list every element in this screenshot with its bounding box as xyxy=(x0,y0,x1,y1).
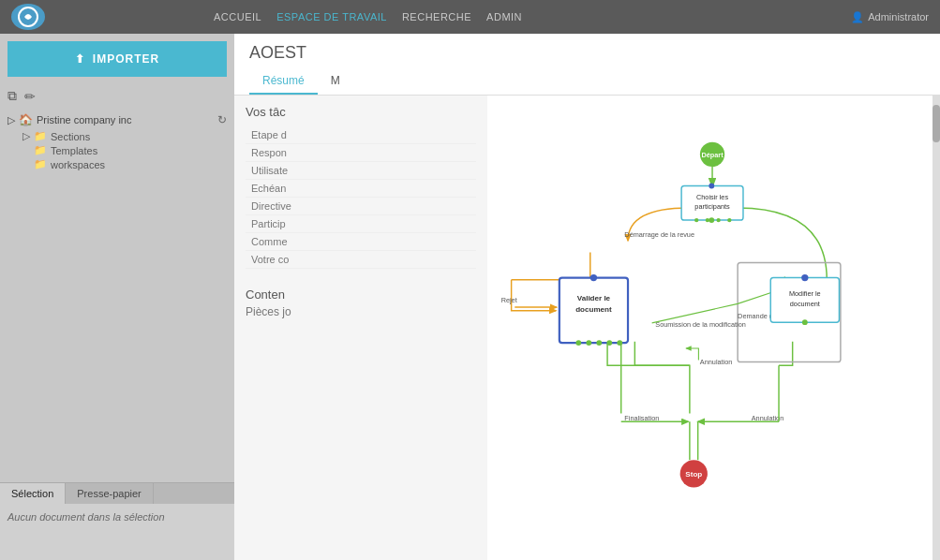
content-subtitle: Pièces jo xyxy=(246,305,476,318)
file-tree: ▷ 🏠 Pristine company inc ↻ ▷ 📁 Sections … xyxy=(0,108,234,482)
svg-point-40 xyxy=(716,218,720,222)
task-label-comme: Comme xyxy=(246,233,339,251)
svg-text:Modifier le: Modifier le xyxy=(789,289,821,298)
nav-espace[interactable]: ESPACE DE TRAVAIL xyxy=(276,11,387,22)
table-row: Directive xyxy=(246,198,476,215)
tab-resume[interactable]: Résumé xyxy=(249,68,318,95)
table-row: Echéan xyxy=(246,180,476,198)
left-sidebar: ⬆ IMPORTER ⧉ ✏ ▷ 🏠 Pristine company inc … xyxy=(0,34,234,560)
svg-point-41 xyxy=(727,218,731,222)
tree-label-sections: Sections xyxy=(51,131,90,142)
tree-chevron-sections: ▷ xyxy=(22,130,30,142)
tree-label-workspaces: workspaces xyxy=(51,159,105,170)
table-row: Comme xyxy=(246,233,476,251)
table-row: Votre co xyxy=(246,251,476,269)
tree-expand-icon[interactable]: ▷ xyxy=(7,114,15,126)
task-panel-title: Vos tâc xyxy=(246,105,476,119)
content-title: Conten xyxy=(246,287,476,302)
scrollbar[interactable] xyxy=(933,96,940,560)
svg-point-29 xyxy=(606,340,612,346)
scroll-thumb xyxy=(933,105,940,142)
svg-text:Choisir les: Choisir les xyxy=(696,193,728,201)
svg-text:Départ: Départ xyxy=(701,151,724,159)
task-panel: Vos tâc Etape d Respon Utilisate Echéan … xyxy=(234,96,487,560)
tab-selection[interactable]: Sélection xyxy=(0,483,66,504)
tree-root: ▷ 🏠 Pristine company inc ↻ xyxy=(7,111,227,128)
edit-icon[interactable]: ✏ xyxy=(24,89,36,104)
folder-templates-icon: 📁 xyxy=(34,144,47,156)
svg-point-32 xyxy=(801,274,808,281)
svg-point-35 xyxy=(802,319,808,325)
bottom-tabs: Sélection Presse-papier Aucun document d… xyxy=(0,482,234,560)
upload-icon: ⬆ xyxy=(75,52,85,66)
import-button[interactable]: ⬆ IMPORTER xyxy=(7,41,227,77)
tab-m[interactable]: M xyxy=(318,68,353,95)
folder-workspaces-icon: 📁 xyxy=(34,158,47,170)
refresh-icon[interactable]: ↻ xyxy=(217,113,227,126)
task-label-votreco: Votre co xyxy=(246,251,339,269)
app-logo xyxy=(11,4,45,30)
svg-point-21 xyxy=(709,217,714,223)
table-row: Etape d xyxy=(246,126,476,144)
svg-text:Finalisation: Finalisation xyxy=(624,414,659,422)
svg-point-30 xyxy=(617,340,622,346)
svg-text:Soumission de la modification: Soumission de la modification xyxy=(655,320,746,329)
nav-admin[interactable]: ADMIN xyxy=(486,11,522,22)
svg-text:Rejet: Rejet xyxy=(501,296,517,304)
svg-point-38 xyxy=(694,218,698,222)
svg-text:Stop: Stop xyxy=(685,470,702,479)
page-header: AOEST Résumé M xyxy=(234,34,940,96)
svg-text:Valider le: Valider le xyxy=(577,294,611,302)
user-icon: 👤 xyxy=(851,11,864,23)
svg-text:participants: participants xyxy=(694,202,730,211)
tree-item-templates[interactable]: ▷ 📁 Templates xyxy=(7,142,227,156)
tree-root-label: Pristine company inc xyxy=(37,114,132,125)
svg-point-27 xyxy=(586,340,591,346)
task-label-etape: Etape d xyxy=(246,126,339,144)
content-area: AOEST Résumé M Vos tâc Etape d Respon Ut… xyxy=(234,34,940,560)
tree-folder-root-icon: 🏠 xyxy=(19,113,33,126)
task-label-respon: Respon xyxy=(246,144,339,162)
task-label-particip: Particip xyxy=(246,215,339,233)
tree-label-templates: Templates xyxy=(51,145,97,156)
task-label-echean: Echéan xyxy=(246,180,339,198)
main-layout: ⬆ IMPORTER ⧉ ✏ ▷ 🏠 Pristine company inc … xyxy=(0,34,940,560)
copy-icon[interactable]: ⧉ xyxy=(7,88,17,104)
task-label-directive: Directive xyxy=(246,198,339,215)
svg-point-18 xyxy=(709,184,714,189)
svg-point-39 xyxy=(706,218,709,222)
sidebar-toolbar: ⧉ ✏ xyxy=(0,84,234,108)
table-row: Utilisate xyxy=(246,162,476,180)
top-nav: ACCUEIL ESPACE DE TRAVAIL RECHERCHE ADMI… xyxy=(0,0,940,34)
nav-recherche[interactable]: RECHERCHE xyxy=(402,11,471,22)
nav-user: 👤 Administrator xyxy=(851,11,929,23)
page-title: AOEST xyxy=(249,43,925,63)
svg-text:Démarrage de la revue: Démarrage de la revue xyxy=(624,230,694,239)
svg-point-28 xyxy=(596,340,602,346)
task-table: Etape d Respon Utilisate Echéan Directiv… xyxy=(246,126,476,269)
tree-item-sections[interactable]: ▷ 📁 Sections xyxy=(7,128,227,142)
folder-sections-icon: 📁 xyxy=(34,130,47,142)
tab-presse-papier[interactable]: Presse-papier xyxy=(66,483,153,504)
user-name: Administrator xyxy=(868,11,929,22)
table-row: Respon xyxy=(246,144,476,162)
page-tabs: Résumé M xyxy=(249,68,925,95)
svg-text:document: document xyxy=(575,305,612,314)
svg-text:Annulation: Annulation xyxy=(700,358,733,366)
svg-point-23 xyxy=(590,274,597,281)
nav-accueil[interactable]: ACCUEIL xyxy=(214,11,261,22)
table-row: Particip xyxy=(246,215,476,233)
svg-point-26 xyxy=(575,340,581,346)
task-label-utilisate: Utilisate xyxy=(246,162,339,180)
svg-text:document: document xyxy=(790,300,820,308)
nav-links: ACCUEIL ESPACE DE TRAVAIL RECHERCHE ADMI… xyxy=(214,11,522,22)
selection-content: Aucun document dans la sélection xyxy=(0,504,234,560)
selection-tab-row: Sélection Presse-papier xyxy=(0,483,234,504)
workflow-diagram[interactable]: Démarrage de la revue Finalisation xyxy=(487,96,940,560)
tree-item-workspaces[interactable]: 📁 workspaces xyxy=(7,156,227,170)
